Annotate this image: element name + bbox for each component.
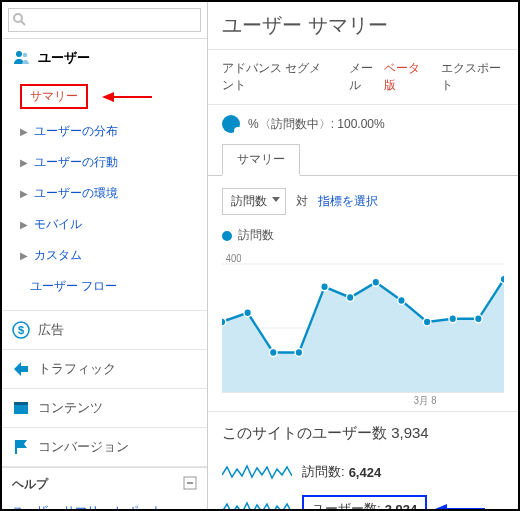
help-toggle-icon[interactable] — [183, 476, 197, 493]
nav-traffic[interactable]: トラフィック — [2, 350, 207, 388]
svg-point-22 — [321, 283, 329, 291]
svg-point-18 — [222, 318, 226, 326]
metric-visits: 訪問数: 6,424 — [222, 455, 504, 489]
svg-point-20 — [270, 348, 278, 356]
svg-point-27 — [449, 315, 457, 323]
svg-point-24 — [372, 278, 380, 286]
help-link-report[interactable]: ユーザー サマリー レポート — [12, 499, 197, 511]
svg-point-23 — [346, 294, 354, 302]
sub-mobile[interactable]: ▶モバイル — [2, 209, 207, 240]
nav-content[interactable]: コンテンツ — [2, 389, 207, 427]
nav-conversion[interactable]: コンバージョン — [2, 428, 207, 466]
svg-text:3月 8: 3月 8 — [414, 395, 437, 406]
sub-distribution[interactable]: ▶ユーザーの分布 — [2, 116, 207, 147]
sparkline-icon — [222, 498, 292, 509]
svg-point-19 — [244, 309, 252, 317]
beta-badge: ベータ版 — [384, 60, 426, 94]
flag-icon — [12, 438, 30, 456]
user-icon — [12, 49, 30, 67]
toolbar: アドバンス セグメント メール ベータ版 エクスポート — [208, 50, 518, 105]
sub-environment[interactable]: ▶ユーザーの環境 — [2, 178, 207, 209]
traffic-icon — [12, 360, 30, 378]
svg-line-1 — [21, 21, 25, 25]
sparkline-icon — [222, 461, 292, 483]
chevron-right-icon: ▶ — [20, 219, 28, 230]
search-icon — [12, 12, 26, 26]
page-title: ユーザー サマリー — [208, 2, 518, 50]
svg-point-25 — [398, 297, 406, 305]
content-icon — [12, 399, 30, 417]
help-title: ヘルプ — [12, 476, 48, 493]
nav-ads[interactable]: $ 広告 — [2, 311, 207, 349]
red-arrow-icon — [102, 90, 152, 104]
svg-point-3 — [23, 53, 28, 58]
search-input[interactable] — [8, 8, 201, 32]
tab-summary[interactable]: サマリー — [222, 144, 300, 176]
dollar-icon: $ — [12, 321, 30, 339]
svg-marker-32 — [435, 504, 447, 509]
chevron-right-icon: ▶ — [20, 157, 28, 168]
choose-metric-link[interactable]: 指標を選択 — [318, 193, 378, 210]
toolbar-export[interactable]: エクスポート — [441, 60, 504, 94]
segment-row: %〈訪問数中〉: 100.00% — [208, 105, 518, 143]
chevron-right-icon: ▶ — [20, 126, 28, 137]
users-section-title: このサイトのユーザー数 3,934 — [208, 411, 518, 455]
nav-users[interactable]: ユーザー — [2, 39, 207, 77]
svg-point-21 — [295, 348, 303, 356]
svg-text:400: 400 — [226, 253, 242, 264]
series-dot-icon — [222, 231, 232, 241]
toolbar-mail[interactable]: メール — [349, 60, 381, 94]
svg-point-29 — [500, 275, 504, 283]
svg-point-26 — [423, 318, 431, 326]
chart-series-label: 訪問数 — [238, 227, 274, 244]
sub-custom[interactable]: ▶カスタム — [2, 240, 207, 271]
sub-behavior[interactable]: ▶ユーザーの行動 — [2, 147, 207, 178]
svg-text:$: $ — [18, 324, 24, 336]
toolbar-advanced[interactable]: アドバンス セグメント — [222, 60, 331, 94]
svg-point-0 — [14, 14, 22, 22]
svg-rect-9 — [14, 402, 28, 405]
line-chart: 400 200 3月 8 — [222, 248, 504, 408]
sub-userflow[interactable]: ユーザー フロー — [2, 271, 207, 302]
sub-summary[interactable]: サマリー — [2, 77, 207, 116]
metric-dropdown[interactable]: 訪問数 — [222, 188, 286, 215]
svg-point-28 — [475, 315, 483, 323]
blue-arrow-icon — [435, 502, 485, 509]
help-panel: ヘルプ ユーザー サマリー レポート 指標の比較 — [2, 467, 207, 511]
segment-dot-icon — [222, 115, 240, 133]
svg-point-2 — [16, 51, 22, 57]
vs-label: 対 — [296, 193, 308, 210]
chevron-right-icon: ▶ — [20, 250, 28, 261]
search-bar — [2, 2, 207, 39]
chevron-right-icon: ▶ — [20, 188, 28, 199]
nav-users-label: ユーザー — [38, 49, 90, 67]
svg-rect-10 — [15, 440, 17, 454]
metric-users: ユーザー数: 3,934 — [222, 489, 504, 509]
svg-marker-5 — [102, 92, 114, 102]
